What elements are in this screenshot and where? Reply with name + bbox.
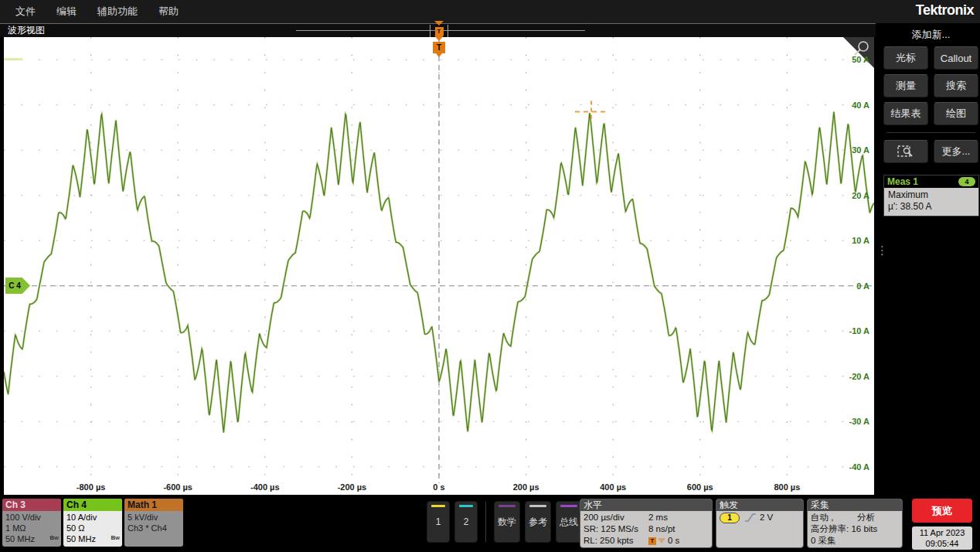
math-color-stripe: [499, 505, 516, 507]
cursor-button[interactable]: 光标: [883, 46, 928, 70]
y-axis-label: 40 A: [852, 101, 869, 110]
menu-edit[interactable]: 编辑: [56, 5, 77, 19]
trigger-badge[interactable]: 触发 1 2 V: [716, 499, 804, 548]
horizontal-position: 0 s: [668, 536, 679, 545]
display-buttons-separator: [485, 502, 486, 542]
math1-scale: 5 kV/div: [128, 512, 180, 523]
bandwidth-limit-icon: BW: [111, 533, 120, 543]
channel2-color-stripe: [459, 505, 473, 507]
callout-button[interactable]: Callout: [934, 46, 978, 70]
bus-color-stripe: [560, 505, 577, 507]
rising-edge-icon: [744, 513, 757, 523]
horizontal-title: 水平: [580, 499, 712, 511]
right-sidebar: 添加新... 光标 Callout 测量 搜索 结果表 绘图 更多...: [882, 23, 980, 495]
x-axis-label: 800 µs: [774, 482, 800, 492]
trigger-position-flag[interactable]: T: [433, 42, 445, 53]
date: 11 Apr 2023: [912, 527, 972, 538]
acquisition-count: 0 采集: [811, 535, 899, 547]
reference-display-button[interactable]: 参考: [525, 501, 551, 543]
channel4-name: Ch 4: [63, 499, 122, 511]
trigger-level: 2 V: [760, 512, 773, 523]
time: 09:05:44: [912, 538, 972, 549]
trigger-ghost-icon: [658, 538, 665, 543]
x-axis-label: 200 µs: [513, 482, 539, 492]
menu-utility[interactable]: 辅助功能: [97, 5, 138, 19]
y-axis-label: -10 A: [849, 326, 870, 336]
horizontal-record-length: RL: 250 kpts: [584, 535, 648, 547]
channel2-display-label: 2: [464, 516, 469, 527]
trigger-arrow-icon: [434, 36, 444, 41]
channel3-scale: 100 V/div: [5, 512, 58, 523]
y-axis-label: -40 A: [849, 462, 870, 472]
measurement-name: Meas 1: [887, 176, 918, 187]
acquisition-analyze-tab[interactable]: 分析: [857, 512, 875, 523]
horizontal-sample-rate: SR: 125 MS/s: [584, 523, 648, 535]
horizontal-scale: 200 µs/div: [584, 512, 648, 523]
zoom-select-button[interactable]: [883, 140, 928, 163]
tektronix-logo: Tektronix: [916, 2, 974, 19]
math1-name: Math 1: [124, 499, 183, 511]
search-button[interactable]: 搜索: [934, 74, 978, 97]
channel2-display-button[interactable]: 2: [454, 501, 478, 543]
menu-bar: 文件 编辑 辅助功能 帮助 Tektronix: [0, 0, 980, 23]
math1-badge[interactable]: Math 1 5 kV/div Ch3 * Ch4: [124, 499, 183, 547]
reference-color-stripe: [529, 505, 546, 507]
measure-button[interactable]: 测量: [883, 74, 928, 97]
measurement-badge[interactable]: Meas 1 4 Maximum µ': 38.50 A: [883, 175, 979, 216]
acquisition-resolution: 高分辨率: 16 bits: [811, 523, 899, 535]
x-axis-label: 400 µs: [600, 482, 626, 492]
channel4-scale: 10 A/div: [66, 512, 119, 523]
math1-expression: Ch3 * Ch4: [128, 523, 180, 533]
x-axis-label: 0 s: [433, 482, 444, 492]
pan-trigger-icon[interactable]: T: [435, 27, 444, 36]
x-axis-label: -600 µs: [163, 482, 192, 492]
math-display-label: 数学: [498, 516, 516, 529]
acquisition-mode: 自动 ,: [811, 512, 857, 523]
channel3-termination: 1 MΩ: [5, 523, 58, 533]
channel4-badge[interactable]: Ch 4 10 A/div 50 Ω 50 MHz BW: [63, 499, 122, 547]
reference-display-label: 参考: [529, 516, 547, 529]
preview-button[interactable]: 预览: [912, 499, 972, 523]
acquisition-badge[interactable]: 采集 自动 , 分析 高分辨率: 16 bits 0 采集: [807, 499, 903, 548]
bus-display-label: 总线: [560, 516, 578, 529]
horizontal-badge[interactable]: 水平 200 µs/div 2 ms SR: 125 MS/s 8 ns/pt …: [580, 499, 713, 548]
measurement-count-badge: 4: [958, 177, 975, 186]
oscilloscope-app: 文件 编辑 辅助功能 帮助 Tektronix 波形视图 T -800 µs-6…: [0, 0, 980, 552]
panel-splitter[interactable]: ⋮: [876, 23, 882, 495]
channel4-termination: 50 Ω: [66, 523, 119, 533]
measurement-type: Maximum: [888, 189, 975, 201]
x-axis-label: -400 µs: [250, 482, 280, 492]
results-table-button[interactable]: 结果表: [883, 102, 928, 125]
waveform-view: 波形视图 T -800 µs-600 µs-400 µs-200 µs0 s20…: [0, 23, 876, 495]
y-axis-label: 20 A: [852, 191, 869, 200]
splitter-handle-icon[interactable]: ⋮: [876, 247, 888, 253]
channel1-display-button[interactable]: 1: [427, 501, 450, 543]
x-axis-label: 600 µs: [687, 482, 713, 492]
scope-plot: -800 µs-600 µs-400 µs-200 µs0 s200 µs400…: [4, 37, 874, 495]
ch1-level-tick: [4, 58, 22, 60]
channel3-badge[interactable]: Ch 3 100 V/div 1 MΩ 50 MHz BW: [2, 499, 61, 547]
waveform-view-title: 波形视图: [8, 25, 45, 36]
menu-file[interactable]: 文件: [15, 5, 36, 19]
y-axis-label: 30 A: [852, 145, 869, 155]
menu-help[interactable]: 帮助: [158, 5, 179, 19]
add-new-label: 添加新...: [883, 28, 978, 42]
zoom-select-icon: [897, 145, 914, 158]
plot-button[interactable]: 绘图: [934, 102, 978, 125]
channel3-name: Ch 3: [2, 499, 61, 511]
horizontal-window: 2 ms: [648, 512, 668, 523]
x-axis-label: -200 µs: [338, 482, 367, 492]
y-axis-label: 50 A: [852, 55, 869, 64]
datetime-display: 11 Apr 2023 09:05:44: [912, 526, 972, 550]
x-axis-label: -800 µs: [77, 482, 106, 492]
y-axis-label: 0 A: [856, 281, 869, 291]
channel1-display-label: 1: [436, 516, 441, 527]
y-axis-label: -30 A: [849, 417, 870, 426]
more-button[interactable]: 更多...: [934, 140, 978, 163]
math-display-button[interactable]: 数学: [494, 501, 520, 543]
horizontal-resolution: 8 ns/pt: [648, 523, 675, 535]
measurement-value: µ': 38.50 A: [888, 201, 975, 213]
bus-display-button[interactable]: 总线: [556, 501, 582, 543]
graticule[interactable]: -800 µs-600 µs-400 µs-200 µs0 s200 µs400…: [4, 37, 874, 495]
settings-bar: Ch 3 100 V/div 1 MΩ 50 MHz BW Ch 4 10 A/…: [0, 495, 980, 552]
